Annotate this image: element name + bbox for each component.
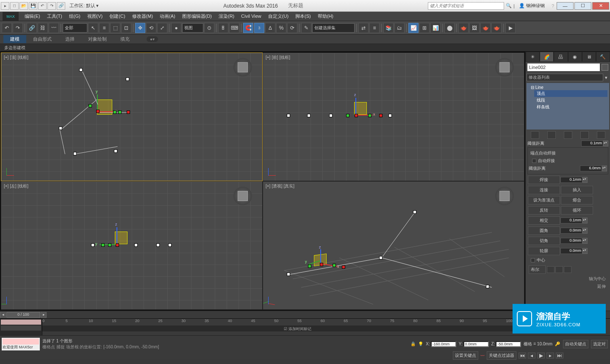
geom-button[interactable]: 切角: [528, 237, 560, 245]
ref-coord-dropdown[interactable]: 视图: [182, 23, 203, 33]
object-name-input[interactable]: Line002: [527, 63, 600, 71]
manipulate-button[interactable]: 🎚: [218, 23, 228, 33]
viewcube-icon[interactable]: [495, 58, 514, 77]
play-icon[interactable]: ▶: [537, 353, 545, 358]
coord-y-input[interactable]: [463, 341, 489, 347]
select-region-button[interactable]: ⬚: [110, 23, 120, 33]
create-tab[interactable]: ✳: [526, 52, 540, 62]
threshold1-input[interactable]: 0.1mm: [581, 141, 603, 146]
geom-input[interactable]: 0.0mm: [560, 248, 582, 254]
geom-input[interactable]: 0.1mm: [560, 177, 582, 183]
keyboard-shortcut-button[interactable]: ⌨: [229, 23, 239, 33]
menu-item[interactable]: Civil View: [238, 13, 264, 19]
ribbon-tab[interactable]: 填充: [114, 35, 136, 43]
curve-editor-button[interactable]: 📈: [408, 23, 419, 33]
spinner-arrows[interactable]: ▴▾: [603, 141, 608, 146]
app-menu-icon[interactable]: ▸: [1, 2, 9, 10]
spinner-arrows[interactable]: ▴▾: [582, 238, 588, 244]
menu-item[interactable]: 工具(T): [44, 13, 66, 19]
geom-button[interactable]: 连接: [528, 186, 560, 194]
ribbon-tab[interactable]: 建模: [3, 35, 26, 43]
goto-end-icon[interactable]: ⏭: [556, 353, 563, 358]
move-button[interactable]: ✥: [135, 23, 145, 33]
modify-tab[interactable]: 🌈: [540, 52, 554, 62]
menu-item[interactable]: 修改器(M): [129, 13, 157, 19]
viewcube-icon[interactable]: [233, 58, 252, 77]
spinner-snap-button[interactable]: ⟳: [287, 23, 297, 33]
user-label[interactable]: 👤 钢神绿钢: [515, 3, 549, 9]
next-frame-icon[interactable]: ▸: [546, 353, 554, 358]
undo-button[interactable]: ↶: [2, 23, 12, 33]
bool-intersect-icon[interactable]: [564, 266, 571, 273]
spinner-arrows[interactable]: ▴▾: [582, 177, 588, 183]
spinner-arrows[interactable]: ▴▾: [582, 218, 588, 223]
ribbon-tab[interactable]: 对象绘制: [81, 35, 114, 43]
spinner-arrows[interactable]: ▴▾: [582, 228, 588, 234]
viewport-perspective[interactable]: [+] [透视] [真实]: [263, 181, 524, 310]
tree-item-spline[interactable]: 样条线: [534, 104, 607, 110]
tree-item-vertex[interactable]: 顶点: [534, 90, 607, 97]
timeslider-thumb[interactable]: 0 / 100: [6, 312, 40, 318]
render-setup-button[interactable]: 🫖: [458, 23, 469, 33]
autokey-button[interactable]: 自动关键点: [563, 340, 588, 348]
tree-root[interactable]: ⊟ Line: [528, 85, 607, 90]
menu-item[interactable]: 脚本(S): [292, 13, 314, 19]
remove-mod-icon[interactable]: [580, 131, 589, 139]
select-name-button[interactable]: ≡: [99, 23, 109, 33]
timeslider-right[interactable]: ▸: [41, 312, 47, 318]
hierarchy-tab[interactable]: 品: [554, 52, 568, 62]
render-iter-button[interactable]: ▶: [505, 23, 516, 33]
geom-button[interactable]: 轮廓: [528, 247, 560, 255]
redo-button[interactable]: ↷: [13, 23, 23, 33]
coord-x-input[interactable]: [431, 341, 456, 347]
configure-icon[interactable]: [597, 131, 605, 139]
geom-input[interactable]: 0.0mm: [560, 228, 582, 234]
geom-input[interactable]: 0.1mm: [560, 218, 582, 223]
auto-weld-checkbox[interactable]: 自动焊接: [529, 157, 607, 165]
search-input[interactable]: [428, 2, 504, 10]
lock-icon[interactable]: 🔒: [410, 342, 416, 346]
rotate-button[interactable]: ⟲: [146, 23, 156, 33]
unlink-button[interactable]: ⛓: [38, 23, 48, 33]
time-ruler[interactable]: 0510152025303540455055606570758085909510…: [42, 319, 525, 335]
menu-item[interactable]: 图形编辑器(D): [179, 13, 215, 19]
scale-button[interactable]: ⤢: [157, 23, 167, 33]
object-color-swatch[interactable]: [602, 64, 608, 71]
viewcube-icon[interactable]: [233, 187, 252, 205]
redo-icon[interactable]: ↷: [47, 2, 56, 10]
menu-item[interactable]: 动画(A): [156, 13, 179, 19]
geom-button[interactable]: 设为首顶点: [528, 196, 560, 204]
render-button[interactable]: 🫖: [480, 23, 491, 33]
threshold2-input[interactable]: 6.0mm: [580, 165, 602, 171]
close-button[interactable]: ✕: [592, 2, 609, 10]
snap-3d-button[interactable]: 3: [254, 23, 264, 33]
spinner-arrows[interactable]: ▴▾: [582, 248, 588, 254]
ribbon-tab[interactable]: 自由形式: [26, 35, 58, 43]
key-filter-button[interactable]: 关键点过滤器: [487, 351, 516, 360]
save-icon[interactable]: 💾: [29, 2, 37, 10]
edit-named-sel-button[interactable]: ✎: [301, 23, 311, 33]
window-crossing-button[interactable]: ⊡: [121, 23, 131, 33]
minimize-button[interactable]: —: [557, 2, 574, 10]
menu-item[interactable]: 编辑(E): [21, 13, 44, 19]
scene-explorer-button[interactable]: 🗂: [394, 23, 405, 33]
select-button[interactable]: ↖: [88, 23, 98, 33]
link-icon[interactable]: 🔗: [57, 2, 65, 10]
modifier-stack[interactable]: ⊟ Line 顶点 线段 样条线: [527, 83, 609, 130]
percent-snap-button[interactable]: %: [276, 23, 286, 33]
goto-start-icon[interactable]: ⏮: [518, 353, 526, 358]
render-prod-button[interactable]: 🫖: [491, 23, 502, 33]
geom-button[interactable]: 焊接: [528, 176, 560, 184]
boolean-button[interactable]: 布尔: [529, 265, 546, 274]
show-end-icon[interactable]: [547, 131, 556, 139]
selection-filter-dropdown[interactable]: 全部: [63, 23, 87, 33]
ribbon-sub[interactable]: 多边形建模: [0, 44, 610, 52]
key-icon[interactable]: 🔑: [555, 342, 560, 346]
dope-sheet-button[interactable]: 📊: [430, 23, 441, 33]
layers-button[interactable]: 📚: [383, 23, 394, 33]
align-button[interactable]: ≡: [369, 23, 380, 33]
open-icon[interactable]: 📂: [19, 2, 28, 10]
geom-button[interactable]: 圆角: [528, 226, 560, 235]
ref-coord-button[interactable]: ●: [171, 23, 181, 33]
spinner-arrows[interactable]: ▴▾: [602, 165, 607, 171]
